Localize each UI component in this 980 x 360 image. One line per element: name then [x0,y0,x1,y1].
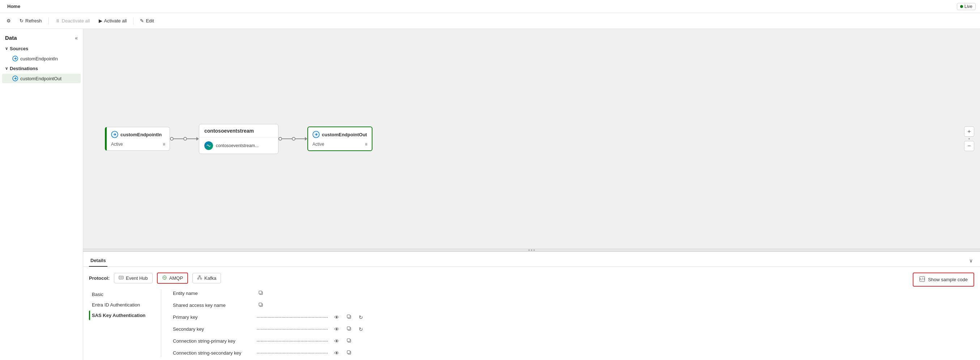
sidebar-section-destinations[interactable]: ∨ Destinations [0,63,83,73]
resize-handle[interactable] [83,249,980,252]
sidebar-header: Data « [0,33,83,44]
dest-node-status: Active ≡ [308,140,372,151]
zoom-out-button[interactable]: − [964,141,974,151]
auth-sas[interactable]: SAS Key Authentication [89,311,152,320]
sidebar-item-label: customEndpointIn [20,56,58,62]
svg-point-6 [199,276,200,277]
protocol-event-hub-button[interactable]: Event Hub [114,273,153,283]
refresh-button[interactable]: ↻ Refresh [16,16,46,25]
field-label-secondary-key: Secondary key [173,327,252,332]
connector-dot-3 [278,137,282,141]
secondary-key-value: ••••••••••••••••••••••••••••••••••••••••… [257,327,328,331]
connector-arrow-1 [196,137,199,141]
show-sample-code-button[interactable]: Show sample code [913,273,974,287]
sidebar-item-custom-endpoint-in[interactable]: customEndpointIn [2,54,81,63]
source-node[interactable]: customEndpointIn Active ≡ [105,127,170,151]
chevron-down-icon-2: ∨ [5,66,8,71]
copy-conn-primary-button[interactable] [345,337,353,345]
dest-node-header: customEndpointOut [308,127,372,140]
fields-section: Entity name Shared access key name [161,290,364,357]
code-icon [919,276,925,283]
auth-section: Basic Entra ID Authentication SAS Key Au… [89,290,161,357]
dest-node-menu-button[interactable]: ≡ [365,142,368,147]
source-node-icon [111,131,118,138]
connector-line-1 [173,138,183,139]
auth-basic[interactable]: Basic [89,290,152,299]
show-conn-secondary-button[interactable]: 👁 [333,349,340,357]
gear-icon: ⚙ [6,18,11,24]
show-primary-key-button[interactable]: 👁 [333,314,340,321]
deactivate-icon: ⏸ [55,18,60,24]
connector-line-4 [296,138,305,139]
show-sample-code-label: Show sample code [928,277,968,282]
resize-dots [528,249,535,251]
copy-secondary-key-button[interactable] [345,325,353,333]
source-node-menu-button[interactable]: ≡ [163,142,165,147]
show-secondary-key-button[interactable]: 👁 [333,326,340,333]
field-label-conn-primary: Connection string-primary key [173,338,252,344]
copy-shared-access-key-button[interactable] [257,301,265,309]
details-collapse-button[interactable]: ∨ [968,256,974,265]
destination-node[interactable]: customEndpointOut Active ≡ [307,127,372,151]
protocol-kafka-button[interactable]: Kafka [192,273,221,283]
copy-primary-key-button[interactable] [345,313,353,321]
sidebar-section-sources[interactable]: ∨ Sources [0,44,83,54]
sidebar: Data « ∨ Sources customEndpointIn ∨ Dest… [0,29,83,360]
svg-rect-10 [259,291,262,294]
collapse-sidebar-button[interactable]: « [75,35,78,41]
endpoint-out-icon [12,76,18,81]
show-conn-primary-button[interactable]: 👁 [333,338,340,345]
sidebar-item-custom-endpoint-out[interactable]: customEndpointOut [2,74,81,83]
protocol-amqp-button[interactable]: AMQP [157,273,188,284]
dest-node-icon [312,131,320,138]
details-body: Protocol: Event Hub [83,267,980,360]
page-title: Home [4,4,23,9]
chevron-down-icon: ∨ [5,46,8,51]
activate-all-button[interactable]: ▶ Activate all [95,16,130,25]
auth-entra[interactable]: Entra ID Authentication [89,300,152,310]
field-row-secondary-key: Secondary key ••••••••••••••••••••••••••… [173,325,364,333]
settings-button[interactable]: ⚙ [3,16,14,25]
toolbar: ⚙ ↻ Refresh ⏸ Deactivate all ▶ Activate … [0,13,980,29]
dest-node-name: customEndpointOut [322,132,367,137]
stream-node-name: contosoeventstream [204,128,254,134]
field-row-conn-primary: Connection string-primary key ••••••••••… [173,337,364,345]
copy-entity-name-button[interactable] [257,290,265,297]
edit-icon: ✎ [140,18,144,24]
kafka-icon [197,275,202,281]
field-label-shared-access-key: Shared access key name [173,303,252,308]
source-node-header: customEndpointIn [107,127,170,140]
details-panel: Details ∨ Protocol: [83,252,980,360]
zoom-in-button[interactable]: + [964,127,974,136]
connector-arrow-2 [305,137,307,141]
stream-node-body: contosoeventstream... [199,138,278,154]
auth-basic-label: Basic [92,292,103,297]
destinations-label: Destinations [10,66,38,71]
flow-container: customEndpointIn Active ≡ [83,29,980,249]
protocol-label: Protocol: [89,276,110,281]
source-node-name: customEndpointIn [121,132,162,137]
kafka-label: Kafka [204,276,216,281]
amqp-icon [162,275,167,281]
connector-dot-4 [292,137,296,141]
stream-icon [204,141,213,150]
zoom-connector [969,138,970,140]
conn-secondary-value: ••••••••••••••••••••••••••••••••••••••••… [257,351,328,355]
svg-rect-20 [347,350,350,354]
event-hub-icon [119,275,124,281]
event-hub-label: Event Hub [126,276,148,281]
stream-node[interactable]: contosoeventstream contosoeventstream... [199,124,278,154]
refresh-primary-key-button[interactable]: ↻ [357,314,364,321]
live-label: Live [964,4,972,9]
conn-primary-value: ••••••••••••••••••••••••••••••••••••••••… [257,339,328,343]
refresh-secondary-key-button[interactable]: ↻ [357,326,364,333]
field-label-primary-key: Primary key [173,314,252,320]
edit-button[interactable]: ✎ Edit [136,16,157,25]
connector-dot-1 [170,137,173,141]
details-tab[interactable]: Details [89,255,107,267]
svg-point-7 [197,278,199,279]
copy-conn-secondary-button[interactable] [345,349,353,357]
amqp-label: AMQP [169,276,183,281]
deactivate-all-button[interactable]: ⏸ Deactivate all [52,16,94,25]
zoom-controls: + − [964,127,974,151]
